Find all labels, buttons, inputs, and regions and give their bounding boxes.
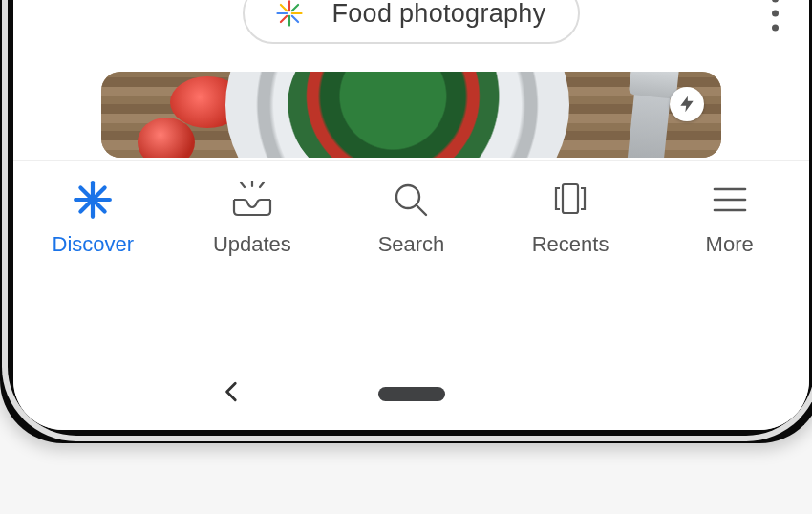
phone-frame: Food photography — [0, 0, 812, 443]
back-button[interactable] — [220, 379, 245, 408]
spark-icon — [67, 179, 118, 221]
screen: Food photography — [13, 0, 809, 430]
tab-search[interactable]: Search — [339, 179, 482, 257]
svg-line-6 — [291, 5, 297, 11]
svg-line-7 — [280, 16, 286, 22]
chevron-left-icon — [220, 379, 245, 404]
tab-label: Updates — [213, 232, 291, 257]
overflow-menu-button[interactable] — [772, 0, 779, 32]
top-bar: Food photography — [13, 0, 809, 52]
kebab-icon — [772, 0, 779, 3]
svg-line-5 — [291, 16, 297, 22]
tab-discover[interactable]: Discover — [21, 179, 164, 257]
tab-label: More — [706, 232, 754, 257]
svg-line-14 — [260, 182, 264, 187]
food-plate-image — [225, 72, 569, 158]
search-icon — [385, 179, 437, 221]
recents-icon — [545, 179, 596, 221]
svg-rect-17 — [563, 184, 578, 213]
topic-chip[interactable]: Food photography — [243, 0, 581, 44]
tab-recents[interactable]: Recents — [499, 179, 642, 257]
feed-card[interactable] — [101, 72, 721, 158]
system-nav-bar — [13, 365, 809, 422]
tab-updates[interactable]: Updates — [181, 179, 324, 257]
tab-more[interactable]: More — [658, 179, 801, 257]
topic-chip-label: Food photography — [332, 0, 546, 29]
tab-label: Search — [378, 232, 445, 257]
svg-line-12 — [241, 182, 245, 187]
inbox-icon — [226, 179, 278, 221]
bolt-icon — [677, 95, 696, 114]
spark-icon — [264, 0, 315, 34]
tab-label: Recents — [532, 232, 609, 257]
hamburger-icon — [704, 179, 756, 221]
tab-label: Discover — [53, 232, 135, 257]
svg-line-4 — [280, 5, 286, 11]
amp-badge — [670, 87, 704, 121]
home-pill[interactable] — [378, 387, 445, 401]
bottom-nav: Discover Updates — [13, 160, 809, 275]
svg-line-16 — [417, 205, 426, 215]
